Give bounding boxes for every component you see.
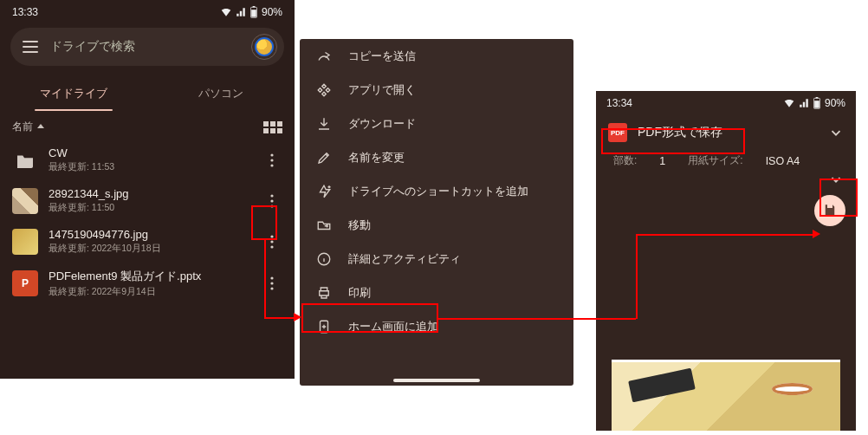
search-placeholder: ドライブで検索 bbox=[50, 39, 239, 55]
send-copy-icon bbox=[315, 48, 333, 65]
menu-label: ドライブへのショートカットを追加 bbox=[348, 184, 528, 199]
chevron-down-icon bbox=[828, 125, 844, 140]
file-row[interactable]: 28921344_s.jpg 最終更新: 11:50 bbox=[0, 180, 295, 221]
clock: 13:33 bbox=[12, 6, 38, 18]
file-actions-sheet: コピーを送信 アプリで開く ダウンロード 名前を変更 ドライブへのショートカット… bbox=[300, 39, 573, 386]
file-name: 28921344_s.jpg bbox=[49, 187, 251, 200]
sort-bar: 名前 bbox=[0, 111, 295, 140]
menu-details[interactable]: 詳細とアクティビティ bbox=[300, 242, 573, 276]
menu-send-copy[interactable]: コピーを送信 bbox=[300, 39, 573, 73]
tab-my-drive[interactable]: マイドライブ bbox=[0, 76, 147, 111]
hamburger-icon[interactable] bbox=[23, 41, 38, 53]
svg-point-11 bbox=[270, 245, 273, 248]
svg-point-4 bbox=[270, 159, 273, 161]
destination-label: PDF形式で保存 bbox=[638, 125, 722, 140]
svg-rect-19 bbox=[816, 97, 819, 98]
file-row[interactable]: CW 最終更新: 11:53 bbox=[0, 140, 295, 180]
menu-label: 移動 bbox=[348, 218, 371, 233]
battery-percent: 90% bbox=[825, 97, 845, 109]
sort-by-name[interactable]: 名前 bbox=[12, 120, 45, 134]
add-home-icon bbox=[315, 318, 333, 335]
svg-rect-1 bbox=[251, 10, 256, 16]
search-bar[interactable]: ドライブで検索 bbox=[10, 28, 284, 66]
svg-point-7 bbox=[270, 199, 273, 202]
file-row[interactable]: P PDFelement9 製品ガイド.pptx 最終更新: 2022年9月14… bbox=[0, 262, 295, 305]
print-preview-area[interactable] bbox=[596, 238, 856, 431]
folder-icon bbox=[12, 147, 38, 173]
file-meta: 最終更新: 2022年10月18日 bbox=[49, 243, 251, 255]
menu-print[interactable]: 印刷 bbox=[300, 276, 573, 309]
page-preview-thumbnail bbox=[612, 360, 840, 431]
print-destination-selector[interactable]: PDF PDF形式で保存 bbox=[596, 115, 856, 150]
svg-point-6 bbox=[270, 194, 273, 197]
copies-value[interactable]: 1 bbox=[659, 155, 665, 167]
menu-label: 印刷 bbox=[348, 285, 371, 301]
tab-computers[interactable]: パソコン bbox=[147, 76, 295, 111]
add-shortcut-icon bbox=[315, 183, 333, 200]
file-name: PDFelement9 製品ガイド.pptx bbox=[49, 269, 251, 284]
svg-point-14 bbox=[270, 287, 273, 289]
menu-move[interactable]: 移動 bbox=[300, 208, 573, 242]
signal-icon bbox=[799, 98, 809, 108]
battery-icon bbox=[813, 97, 821, 109]
gesture-bar bbox=[393, 379, 480, 382]
move-icon bbox=[315, 217, 333, 234]
wifi-icon bbox=[220, 7, 232, 17]
svg-rect-2 bbox=[253, 6, 256, 7]
save-icon bbox=[822, 203, 838, 218]
image-thumbnail bbox=[12, 229, 38, 255]
expand-options-toggle[interactable] bbox=[596, 172, 856, 191]
menu-label: コピーを送信 bbox=[348, 49, 416, 64]
location-tabs: マイドライブ パソコン bbox=[0, 76, 295, 111]
account-avatar[interactable] bbox=[251, 34, 277, 60]
copies-label: 部数: bbox=[613, 153, 637, 168]
print-icon bbox=[315, 284, 333, 302]
svg-rect-18 bbox=[814, 101, 819, 107]
svg-point-10 bbox=[270, 240, 273, 243]
file-name: CW bbox=[49, 146, 251, 159]
svg-point-12 bbox=[270, 276, 273, 279]
wifi-icon bbox=[783, 98, 795, 108]
svg-point-5 bbox=[270, 164, 273, 166]
paper-label: 用紙サイズ: bbox=[688, 153, 742, 168]
pptx-icon: P bbox=[12, 270, 38, 296]
file-more-button[interactable] bbox=[262, 191, 282, 211]
status-bar: 13:33 90% bbox=[0, 0, 295, 24]
file-row[interactable]: 1475190494776.jpg 最終更新: 2022年10月18日 bbox=[0, 221, 295, 262]
save-pdf-fab[interactable] bbox=[814, 195, 845, 226]
file-more-button[interactable] bbox=[262, 273, 282, 294]
menu-label: アプリで開く bbox=[348, 82, 416, 98]
battery-icon bbox=[249, 6, 258, 18]
paper-value[interactable]: ISO A4 bbox=[766, 155, 800, 167]
pdf-icon: PDF bbox=[608, 123, 627, 142]
battery-percent: 90% bbox=[262, 6, 282, 18]
menu-label: 詳細とアクティビティ bbox=[348, 251, 461, 267]
svg-point-8 bbox=[270, 205, 273, 207]
file-more-button[interactable] bbox=[262, 231, 282, 252]
image-thumbnail bbox=[12, 188, 38, 214]
svg-point-13 bbox=[270, 282, 273, 284]
menu-rename[interactable]: 名前を変更 bbox=[300, 140, 573, 174]
print-dialog-screen: 13:34 90% PDF PDF形式で保存 部数: 1 用紙サイズ: ISO … bbox=[596, 91, 856, 431]
clock: 13:34 bbox=[606, 97, 632, 109]
menu-download[interactable]: ダウンロード bbox=[300, 107, 573, 140]
file-more-button[interactable] bbox=[262, 150, 282, 171]
svg-point-9 bbox=[270, 235, 273, 237]
menu-label: ダウンロード bbox=[348, 116, 416, 132]
arrow-up-icon bbox=[36, 123, 45, 132]
details-icon bbox=[315, 250, 333, 268]
download-icon bbox=[315, 115, 333, 133]
grid-view-toggle[interactable] bbox=[263, 121, 282, 133]
status-icons: 90% bbox=[220, 6, 282, 18]
menu-add-shortcut[interactable]: ドライブへのショートカットを追加 bbox=[300, 174, 573, 208]
status-bar: 13:34 90% bbox=[596, 91, 856, 115]
open-with-icon bbox=[315, 81, 333, 99]
file-meta: 最終更新: 11:50 bbox=[49, 202, 251, 214]
drive-file-list-screen: 13:33 90% ドライブで検索 マイドライブ パソコン 名前 bbox=[0, 0, 295, 379]
status-icons: 90% bbox=[783, 97, 845, 109]
file-name: 1475190494776.jpg bbox=[49, 228, 251, 241]
svg-point-3 bbox=[270, 153, 273, 156]
sort-label: 名前 bbox=[12, 120, 33, 134]
menu-add-home[interactable]: ホーム画面に追加 bbox=[300, 309, 573, 343]
menu-open-with[interactable]: アプリで開く bbox=[300, 73, 573, 107]
